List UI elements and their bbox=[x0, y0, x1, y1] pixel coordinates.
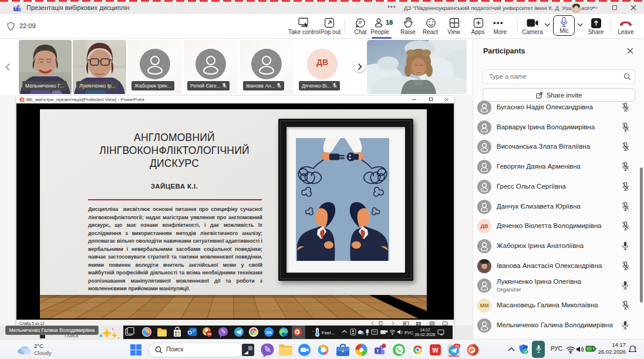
svg-text:14:17: 14:17 bbox=[420, 328, 430, 332]
svg-text:": " bbox=[312, 330, 314, 334]
svg-text:z: z bbox=[635, 345, 636, 349]
svg-text:РУС: РУС bbox=[404, 330, 414, 335]
svg-text:W: W bbox=[432, 347, 439, 354]
svg-text:zm: zm bbox=[266, 330, 271, 334]
svg-text:Feel...: Feel... bbox=[322, 330, 335, 335]
svg-text:P: P bbox=[470, 347, 474, 353]
svg-text:03: 03 bbox=[455, 344, 458, 348]
svg-text:P: P bbox=[296, 330, 299, 334]
svg-text:T: T bbox=[15, 6, 17, 11]
svg-text:26.02.2026: 26.02.2026 bbox=[414, 333, 435, 337]
svg-text:T: T bbox=[376, 348, 379, 354]
svg-text:P: P bbox=[21, 98, 23, 102]
